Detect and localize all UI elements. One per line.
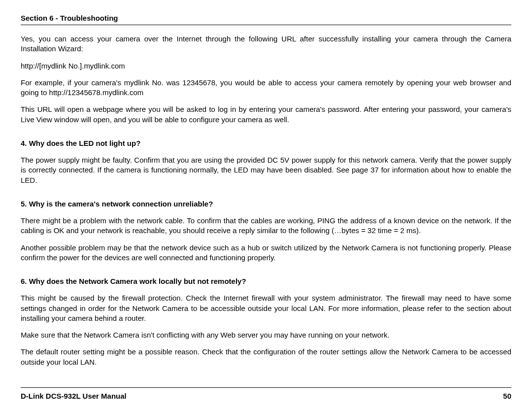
question-6-answer-2: Make sure that the Network Camera isn't … [21,330,511,340]
footer-page-number: 50 [503,392,511,400]
question-4-answer: The power supply might be faulty. Confir… [21,155,511,185]
section-header: Section 6 - Troubleshooting [21,14,511,25]
intro-paragraph-4: This URL will open a webpage where you w… [21,104,511,125]
footer-manual-title: D-Link DCS-932L User Manual [21,392,127,400]
question-6-title: 6. Why does the Network Camera work loca… [21,276,511,286]
question-5-answer-2: Another possible problem may be that the… [21,243,511,263]
page-footer: D-Link DCS-932L User Manual 50 [21,387,511,400]
question-6-answer-1: This might be caused by the firewall pro… [21,293,511,323]
question-6-answer-3: The default router setting might be a po… [21,347,511,367]
question-5-answer-1: There might be a problem with the networ… [21,216,511,236]
intro-paragraph-3: For example, if your camera's mydlink No… [21,78,511,98]
page-content: Yes, you can access your camera over the… [21,34,511,367]
intro-url: http://[mydlink No.].mydlink.com [21,61,511,71]
question-5-title: 5. Why is the camera's network connectio… [21,199,511,209]
question-4-title: 4. Why does the LED not light up? [21,138,511,148]
intro-paragraph-1: Yes, you can access your camera over the… [21,34,511,54]
